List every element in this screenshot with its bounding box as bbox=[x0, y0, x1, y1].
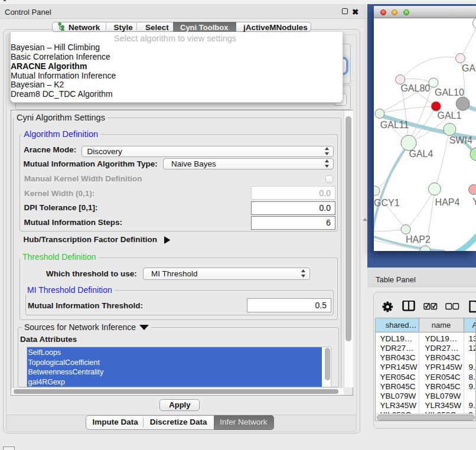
svg-text:SWI4: SWI4 bbox=[449, 135, 472, 145]
svg-text:GCY1: GCY1 bbox=[374, 198, 400, 208]
svg-text:Y: Y bbox=[472, 197, 476, 207]
svg-text:HAP2: HAP2 bbox=[406, 234, 431, 244]
svg-text:GAL: GAL bbox=[462, 63, 476, 73]
svg-text:GAL11: GAL11 bbox=[380, 120, 409, 130]
svg-text:GAL4: GAL4 bbox=[409, 149, 433, 159]
svg-text:GAL1: GAL1 bbox=[438, 110, 462, 120]
svg-text:GAL10: GAL10 bbox=[435, 87, 464, 97]
svg-text:GAL80: GAL80 bbox=[400, 83, 430, 93]
svg-text:HAP4: HAP4 bbox=[435, 197, 460, 207]
